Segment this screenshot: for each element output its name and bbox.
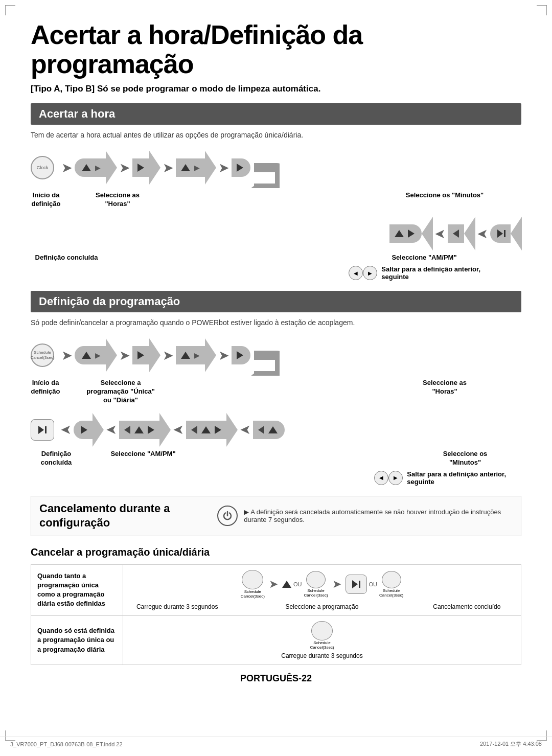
prog-bot-arr-end-3 — [226, 413, 238, 447]
prog-skip-row: ◀ ▶ Saltar para a definição anterior,seg… — [31, 470, 521, 486]
play-icon-2 — [237, 164, 243, 172]
cancel-tri-ou: OU ScheduleCancel(3sec) — [282, 571, 328, 598]
cancelamento-title: Cancelamento durante a configuração — [39, 501, 211, 531]
power-svg — [222, 511, 233, 521]
page-footer: 3_VR7000_PT_DJ68-00763B-08_ET.indd 22 20… — [0, 737, 552, 751]
prog-top-labels: Início dadefinição Seleccione aprogramaç… — [31, 379, 521, 405]
cancel-pp-play — [352, 580, 358, 588]
banner-seg4 — [232, 158, 250, 177]
page-number: PORTUGUÊS-22 — [31, 673, 521, 684]
main-title: Acertar a hora/Definição da programação — [31, 20, 521, 79]
programacao-section: Definição da programação Só pode definir… — [31, 291, 521, 485]
clock-button: Clock — [31, 156, 54, 179]
cancel-schedule-btn-2: ScheduleCancel(3sec) — [304, 571, 328, 598]
ou-label-1: OU — [293, 581, 302, 587]
prog-bot-seg2 — [119, 421, 159, 439]
cancel-row2-schedule-lbl: ScheduleCancel(3sec) — [310, 640, 334, 650]
power-icon — [217, 506, 238, 526]
prog-play-1 — [137, 351, 144, 359]
cancel-row1-label-text: Quando tanto a programação única como a … — [37, 572, 105, 608]
prog-lbl-sel-minutos: Seleccione os"Minutos" — [424, 450, 506, 467]
play-pause-icon — [497, 230, 505, 238]
prog-lbl-sel-horas: Seleccione as"Horas" — [399, 379, 491, 396]
acertar-bottom-labels: Definição concluída Seleccione "AM/PM" — [31, 254, 521, 262]
prog-arrow4: ➤ — [218, 348, 229, 363]
back-arrow-icon — [453, 230, 459, 238]
acertar-hora-desc: Tem de acertar a hora actual antes de ut… — [31, 131, 521, 139]
uturn-svg-2 — [251, 335, 280, 376]
play-icon-1 — [137, 164, 144, 172]
cancel-row-1: Quando tanto a programação única como a … — [31, 564, 521, 615]
cancelamento-section: Cancelamento durante a configuração ▶ A … — [31, 496, 521, 536]
arrow-back-1: ➤ — [477, 226, 488, 242]
cancel-schedule-lbl-2: ScheduleCancel(3sec) — [304, 588, 328, 598]
prog-pp-btn — [31, 419, 54, 441]
banner-arrow-end-3 — [205, 151, 216, 185]
prog-bot-tri2 — [201, 426, 211, 433]
cancel-row2-label: Quando só está definida a programação ún… — [31, 615, 123, 665]
cancel-pp-icon — [346, 575, 367, 594]
prog-seg4 — [232, 346, 250, 364]
lbl-sel-ampm: Seleccione "AM/PM" — [378, 254, 470, 262]
schedule-btn-icon: ScheduleCancel(3sec) — [31, 343, 54, 367]
arrow-back-2: ➤ — [434, 226, 446, 242]
corner-tl — [5, 5, 15, 15]
cancel-row2-schedule-btn: ScheduleCancel(3sec) — [310, 621, 334, 650]
tri-up-icon-bottom — [395, 230, 404, 237]
prog-play-2 — [237, 351, 243, 359]
prog-seg2 — [132, 346, 149, 364]
banner-seg3: ▶ — [176, 158, 205, 177]
prog-bot-play2 — [148, 426, 154, 434]
cancel-tri-icon — [282, 581, 291, 588]
prog-bottom-labels: Definição concluída Seleccione "AM/PM" S… — [31, 450, 521, 467]
cancel-row2-note: Carregue durante 3 segundos — [281, 652, 362, 659]
cancel-arrow2: ➤ — [332, 578, 341, 591]
programacao-desc: Só pode definir/cancelar a programação q… — [31, 318, 521, 327]
footer-right: 2017-12-01 오후 4:43:08 — [480, 740, 542, 748]
prog-arrow2: ➤ — [119, 348, 130, 363]
prog-bot-arrow4: ➤ — [240, 422, 251, 438]
cancel-row1-flow: ScheduleCancel(3sec) ➤ OU S — [123, 564, 521, 615]
bottom-seg1 — [490, 224, 511, 243]
subtitle: [Tipo A, Tipo B] Só se pode programar o … — [31, 84, 521, 94]
prog-arr-end-1 — [106, 338, 117, 372]
banner-seg2 — [132, 158, 149, 177]
prog-lbl-saltar: Saltar para a definição anterior,seguint… — [407, 470, 506, 486]
prog-bot-seg1 — [74, 421, 93, 439]
banner-back-arrow-end-1 — [511, 217, 522, 250]
cancel-table: Quando tanto a programação única como a … — [31, 564, 521, 665]
lbl-sel-minutos: Seleccione os "Minutos" — [399, 191, 491, 200]
arrow4: ➤ — [218, 160, 229, 176]
acertar-hora-section: Acertar a hora Tem de acertar a hora act… — [31, 103, 521, 281]
arrow1: ➤ — [61, 160, 73, 176]
prog-arrow3: ➤ — [163, 348, 174, 363]
prog-tri-1 — [82, 352, 91, 359]
cancel-schedule-btn-1: ScheduleCancel(3sec) — [241, 570, 265, 599]
corner-tr — [537, 5, 547, 15]
cancelamento-title-wrap: Cancelamento durante a configuração — [39, 501, 211, 531]
cancel-schedule-btn-3: ScheduleCancel(3sec) — [379, 571, 403, 598]
prog-bot-play — [81, 426, 87, 434]
tri-up-icon-2 — [181, 164, 190, 171]
cancelar-prog-header: Cancelar a programação única/diária — [31, 546, 521, 558]
note1: Carregue durante 3 segundos — [129, 603, 225, 610]
prog-bot-arrow2: ➤ — [106, 422, 117, 438]
acertar-bottom-row: ➤ ➤ — [31, 217, 521, 250]
cancel-schedule-lbl-1: ScheduleCancel(3sec) — [241, 589, 265, 599]
pp-bar-icon — [45, 426, 47, 433]
schedule-label: ScheduleCancel(3sec) — [30, 350, 54, 360]
prog-top-row: ScheduleCancel(3sec) ➤ ▶ ➤ ➤ — [31, 335, 521, 376]
pp-play-icon — [38, 426, 44, 434]
prog-bot-arr-end-2 — [159, 413, 171, 447]
cancel-schedule-circle-1 — [242, 570, 263, 589]
prog-arr-end-2 — [149, 338, 160, 372]
lbl-inicio: Início da definição — [31, 191, 61, 209]
prog-skip-left: ◀ — [374, 471, 388, 485]
cancel-schedule-circle-3 — [382, 571, 401, 588]
clock-label: Clock — [37, 165, 49, 170]
prog-bot-back-arr3 — [258, 426, 264, 434]
arrow3: ➤ — [163, 160, 174, 176]
prog-bot-back-arr2 — [191, 426, 197, 434]
acertar-hora-header: Acertar a hora — [31, 103, 521, 125]
note3: Cancelamento concluído — [419, 603, 515, 610]
